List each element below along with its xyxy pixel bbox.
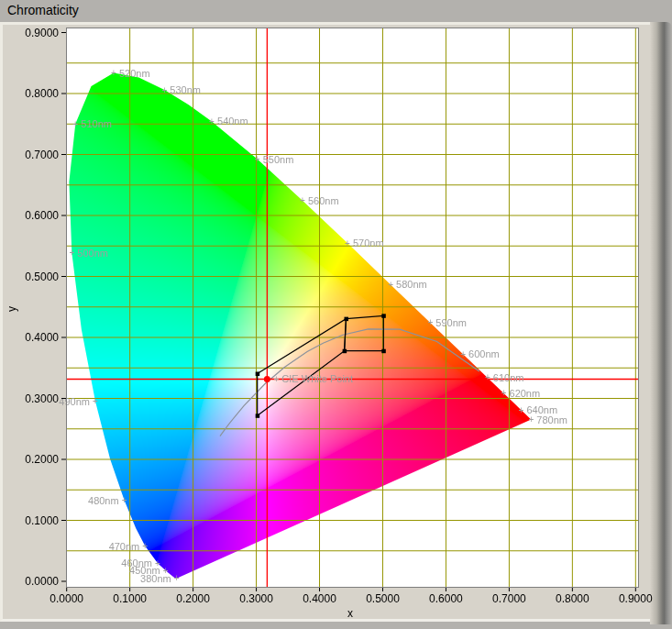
x-axis-title: x xyxy=(339,607,361,620)
panel-right-bevel xyxy=(650,22,672,624)
chromaticity-window: { "window": { "title": "Chromaticity" },… xyxy=(0,0,672,629)
y-axis-title: y xyxy=(6,297,20,312)
window-title: Chromaticity xyxy=(7,3,79,17)
window-titlebar[interactable]: Chromaticity xyxy=(0,0,672,22)
cie-horseshoe-gamut xyxy=(67,28,638,587)
